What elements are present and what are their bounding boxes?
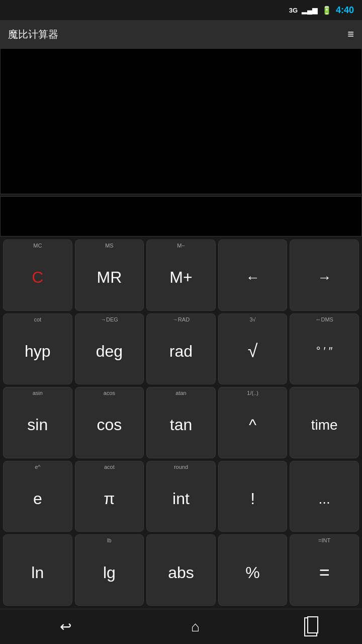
key-more[interactable]: ...: [290, 461, 359, 532]
key-mplus-main: M+: [169, 268, 192, 287]
key-mminus-sub: M−: [177, 243, 185, 249]
key-percent-main: %: [245, 564, 259, 582]
key-mr-main: MR: [97, 268, 122, 287]
key-acot-pi[interactable]: acot π: [75, 461, 144, 532]
status-bar: 3G ▂▄▆ 🔋 4:40: [0, 0, 362, 20]
key-ms-sub: MS: [105, 243, 114, 249]
key-row-4: e^ e acot π round int ! ...: [3, 461, 359, 532]
key-factorial[interactable]: !: [218, 461, 288, 532]
key-mc-c[interactable]: MC C: [3, 239, 72, 311]
key-backspace[interactable]: ←: [218, 239, 288, 311]
key-dms-sub: ↔DMS: [315, 316, 333, 323]
key-fwd-arrow: →: [317, 270, 331, 286]
key-factorial-main: !: [250, 490, 255, 508]
key-dms[interactable]: ↔DMS ° ′ ″: [290, 313, 359, 385]
display-secondary: [0, 196, 362, 236]
key-torad-sub: →RAD: [172, 316, 190, 323]
key-more-main: ...: [319, 491, 330, 507]
key-pi-main: π: [104, 490, 115, 508]
signal-indicator: 3G: [289, 7, 298, 14]
key-atan-sub: atan: [175, 390, 186, 396]
key-deg-main: deg: [96, 342, 123, 361]
key-inv-sub: 1/(..): [247, 390, 258, 396]
key-percent[interactable]: %: [218, 534, 288, 606]
key-sin-main: sin: [27, 416, 48, 434]
key-abs[interactable]: abs: [146, 534, 216, 606]
menu-icon[interactable]: ≡: [347, 28, 354, 41]
key-round-sub: round: [174, 464, 188, 470]
status-time: 4:40: [336, 5, 354, 16]
key-cot-hyp[interactable]: cot hyp: [3, 313, 72, 385]
key-cbrt-sub: 3√: [250, 316, 256, 323]
key-ms-mr[interactable]: MS MR: [75, 239, 144, 311]
key-mminus-mplus[interactable]: M− M+: [146, 239, 216, 311]
key-equalsint-sub: =INT: [318, 537, 330, 543]
nav-bar: ↩ ⌂: [0, 609, 362, 644]
key-ln-main: ln: [31, 564, 44, 582]
key-ln[interactable]: ln: [3, 534, 72, 606]
key-asin-sub: asin: [33, 390, 43, 396]
key-row-3: asin sin acos cos atan tan 1/(..) ^ time: [3, 387, 359, 458]
key-atan-tan[interactable]: atan tan: [146, 387, 216, 458]
key-time[interactable]: time: [290, 387, 359, 458]
key-pow-main: ^: [249, 416, 256, 434]
key-hyp-main: hyp: [25, 342, 51, 361]
key-epow-sub: e^: [35, 464, 40, 470]
nav-home-button[interactable]: ⌂: [176, 614, 215, 640]
key-rad-main: rad: [169, 342, 193, 361]
key-dms-main: ° ′ ″: [316, 345, 333, 358]
key-equals-main: =: [319, 562, 330, 583]
key-todeg-deg[interactable]: →DEG deg: [75, 313, 144, 385]
key-mc-sub: MC: [33, 243, 42, 249]
key-asin-sin[interactable]: asin sin: [3, 387, 72, 458]
nav-recent-button[interactable]: [304, 617, 317, 636]
key-sqrt-main: √: [248, 341, 258, 362]
key-e-main: e: [33, 490, 42, 508]
key-inv-pow[interactable]: 1/(..) ^: [218, 387, 288, 458]
key-acot-sub: acot: [104, 464, 115, 470]
key-time-main: time: [311, 417, 338, 433]
nav-back-button[interactable]: ↩: [45, 613, 86, 640]
key-torad-rad[interactable]: →RAD rad: [146, 313, 216, 385]
app-title: 魔比计算器: [8, 28, 58, 41]
key-c-main: C: [32, 268, 43, 287]
key-lb-lg[interactable]: lb lg: [75, 534, 144, 606]
keypad: MC C MS MR M− M+ ← → cot hyp →DEG deg →R…: [0, 236, 362, 609]
key-row-2: cot hyp →DEG deg →RAD rad 3√ √ ↔DMS ° ′ …: [3, 313, 359, 385]
key-cot-sub: cot: [34, 316, 41, 323]
key-tan-main: tan: [170, 416, 192, 434]
key-epow-e[interactable]: e^ e: [3, 461, 72, 532]
key-todeg-sub: →DEG: [101, 316, 118, 323]
key-cos-main: cos: [97, 416, 122, 434]
signal-bars: ▂▄▆: [302, 6, 318, 14]
key-forward[interactable]: →: [290, 239, 359, 311]
key-acos-sub: acos: [104, 390, 115, 396]
key-abs-main: abs: [168, 564, 194, 582]
key-int-main: int: [172, 490, 190, 508]
key-lg-main: lg: [103, 564, 116, 582]
key-lb-sub: lb: [107, 537, 112, 543]
battery-icon: 🔋: [322, 6, 332, 15]
display-main: [0, 48, 362, 194]
app-bar: 魔比计算器 ≡: [0, 20, 362, 48]
key-back-arrow: ←: [246, 270, 260, 286]
key-acos-cos[interactable]: acos cos: [75, 387, 144, 458]
key-row-1: MC C MS MR M− M+ ← →: [3, 239, 359, 311]
key-cbrt-sqrt[interactable]: 3√ √: [218, 313, 288, 385]
key-row-5: ln lb lg abs % =INT =: [3, 534, 359, 606]
key-round-int[interactable]: round int: [146, 461, 216, 532]
key-equals[interactable]: =INT =: [290, 534, 359, 606]
